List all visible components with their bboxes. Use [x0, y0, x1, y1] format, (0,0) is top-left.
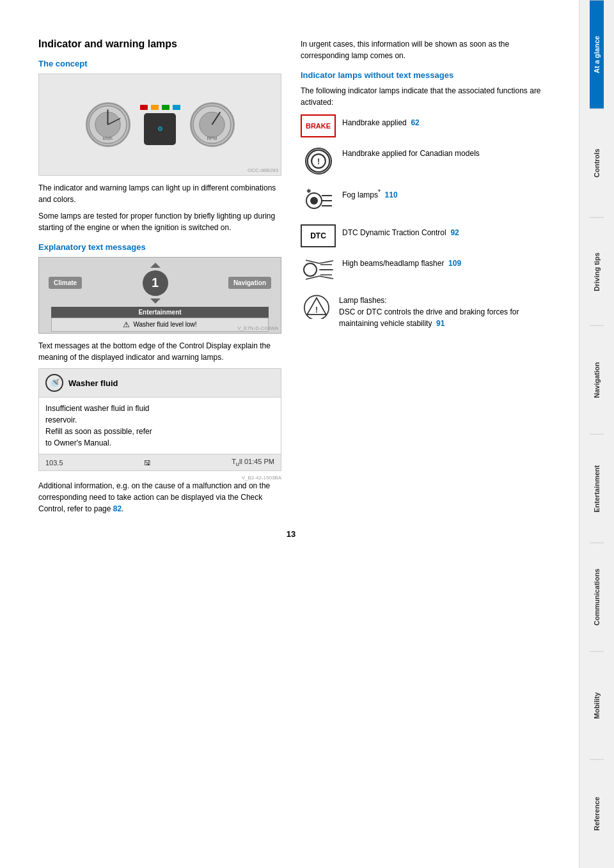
svg-text:!: ! [315, 306, 318, 314]
footer-time: Tull 01:45 PM [232, 458, 274, 467]
svg-text:!: ! [317, 157, 319, 166]
concept-para-1: The indicator and warning lamps can ligh… [38, 182, 281, 205]
brake-label: BRAKE [306, 122, 331, 130]
indicator-list: BRAKE Handbrake applied 62 [301, 114, 544, 329]
navigation-btn: Navigation [228, 277, 271, 289]
washer-title: Washer fluid [68, 378, 118, 388]
fog-description: Fog lamps* 110 [342, 185, 544, 201]
dsc-page-ref: 91 [436, 319, 445, 328]
section-title: Indicator and warning lamps [38, 38, 281, 50]
indicator-lamps-title: Indicator lamps without text messages [301, 70, 544, 80]
dtc-description: DTC Dynamic Traction Control 92 [342, 224, 544, 238]
svg-line-19 [306, 260, 319, 263]
concept-subtitle: The concept [38, 59, 281, 68]
dtc-label: DTC [310, 231, 326, 240]
sidebar-item-navigation[interactable]: Navigation [590, 325, 604, 434]
display-center: 1 [143, 270, 168, 296]
entertainment-label: Entertainment [51, 307, 269, 318]
svg-point-13 [310, 197, 318, 205]
explanatory-subtitle: Explanatory text messages [38, 242, 281, 252]
dtc-icon-box: DTC [301, 224, 336, 247]
warning-text: Washer fluid level low! [133, 321, 196, 328]
dtc-page-ref: 92 [450, 228, 459, 237]
brake-page-ref: 62 [411, 118, 419, 127]
fog-asterisk: * [378, 189, 381, 196]
page-ref-82: 82 [113, 504, 122, 513]
canada-description: Handbrake applied for Canadian models [342, 145, 544, 159]
dsc-icon-box: ! [301, 292, 333, 320]
washer-fluid-header: 🚿 Washer fluid [39, 369, 281, 398]
center-display: ⚙ [144, 113, 176, 145]
svg-line-20 [319, 261, 333, 263]
beam-description: High beams/headlamp flasher 109 [342, 255, 544, 269]
canada-icon-box: ! [301, 145, 336, 177]
washer-line-3: Refill as soon as possible, refer [45, 427, 152, 436]
indicator-row-brake: BRAKE Handbrake applied 62 [301, 114, 544, 137]
image-caption-3: V_B2-42-1503BA [242, 475, 281, 481]
warning-bar: ⚠ Washer fluid level low! [51, 318, 269, 332]
svg-text:km/h: km/h [103, 136, 113, 140]
sidebar-item-driving-tips[interactable]: Driving tips [590, 217, 604, 326]
right-column: In urgent cases, this information will b… [301, 38, 544, 520]
urgent-text: In urgent cases, this information will b… [301, 38, 544, 61]
footer-icon: 🖫 [144, 459, 151, 467]
explanatory-para-1: Text messages at the bottom edge of the … [38, 340, 281, 363]
svg-text:✱: ✱ [306, 188, 311, 194]
page-number: 13 [38, 520, 544, 548]
climate-btn: Climate [49, 277, 82, 289]
control-display-image: Climate 1 Navigation Entertainment ⚠ [38, 257, 281, 334]
washer-line-4: to Owner's Manual. [45, 438, 111, 447]
washer-line-1: Insufficient washer fluid in fluid [45, 404, 150, 413]
svg-line-22 [319, 276, 333, 279]
indicator-row-canada: ! Handbrake applied for Canadian models [301, 145, 544, 177]
right-gauge: RPM [190, 102, 235, 147]
fog-icon-box: ✱ [301, 185, 336, 217]
radio-freq: 103.5 [45, 459, 63, 467]
sidebar-item-communications[interactable]: Communications [590, 543, 604, 651]
brake-icon-box: BRAKE [301, 114, 336, 137]
indicator-row-dsc: ! Lamp flashes: DSC or DTC controls the … [301, 292, 544, 329]
explanatory-para-2: Additional information, e.g. on the caus… [38, 480, 281, 515]
svg-text:RPM: RPM [207, 136, 217, 140]
indicator-row-dtc: DTC DTC Dynamic Traction Control 92 [301, 224, 544, 247]
washer-fluid-body: Insufficient washer fluid in fluid reser… [39, 398, 281, 454]
fog-page-ref: 110 [385, 190, 398, 199]
sidebar-item-controls[interactable]: Controls [590, 109, 604, 217]
sidebar-item-reference[interactable]: Reference [590, 759, 604, 868]
beam-page-ref: 109 [448, 259, 461, 268]
dsc-description: Lamp flashes: DSC or DTC controls the dr… [339, 292, 544, 329]
indicator-row-fog: ✱ Fog lamps* 110 [301, 185, 544, 217]
sidebar-item-entertainment[interactable]: Entertainment [590, 434, 604, 543]
indicator-intro: The following indicator lamps indicate t… [301, 85, 544, 108]
brake-description: Handbrake applied 62 [342, 114, 544, 128]
left-gauge: km/h [86, 102, 130, 147]
sidebar: At a glance Controls Driving tips Naviga… [579, 0, 614, 868]
beam-icon-box [301, 255, 336, 284]
indicator-row-beam: High beams/headlamp flasher 109 [301, 255, 544, 284]
washer-fluid-footer: 103.5 🖫 Tull 01:45 PM [39, 454, 281, 470]
left-column: Indicator and warning lamps The concept … [38, 38, 281, 520]
svg-rect-18 [304, 263, 317, 276]
circle-p-icon: ! [305, 148, 332, 174]
sidebar-item-mobility[interactable]: Mobility [590, 651, 604, 760]
svg-point-6 [199, 112, 224, 137]
washer-line-2: reservoir. [45, 415, 77, 424]
washer-icon: 🚿 [45, 374, 63, 392]
image-caption-1: OCC-08B293 [248, 167, 278, 173]
instrument-cluster-image: km/h ⚙ [38, 74, 281, 176]
image-caption-2: V_E7N-D-C03WA [237, 325, 278, 331]
sidebar-item-at-a-glance[interactable]: At a glance [590, 0, 604, 109]
washer-fluid-box: 🚿 Washer fluid Insufficient washer fluid… [38, 368, 281, 471]
svg-line-23 [306, 276, 319, 279]
concept-para-2: Some lamps are tested for proper functio… [38, 210, 281, 233]
